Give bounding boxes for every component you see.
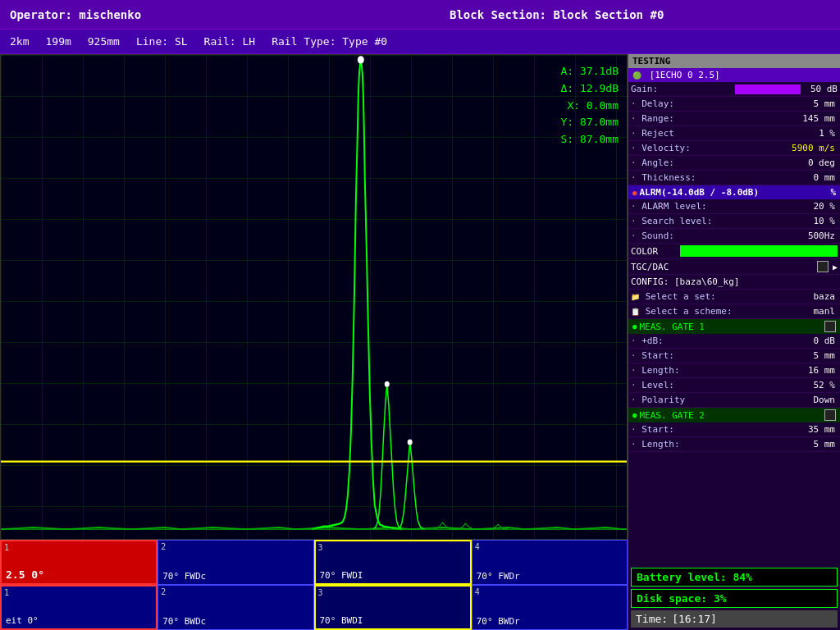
range-row[interactable]: · Range: 145 mm: [628, 112, 840, 126]
db-label: · +dB:: [631, 336, 788, 346]
reject-value: 1 %: [788, 128, 838, 139]
echo-label: [1ECHO 0 2.5]: [650, 70, 720, 80]
select-scheme-row[interactable]: 📋 Select a scheme: manl: [628, 304, 840, 319]
polarity1-value: Down: [788, 395, 838, 405]
channel-4-fwdr[interactable]: 4 70° FWDr: [472, 540, 628, 585]
color-row[interactable]: COLOR: [628, 244, 840, 259]
search-level-label: · Search level:: [631, 216, 788, 226]
tgc-label: TGC/DAC: [631, 262, 817, 272]
length2-value: 5 mm: [788, 439, 838, 450]
start2-row[interactable]: · Start: 35 mm: [628, 422, 840, 437]
osc-a-value: 37.1dB: [580, 65, 619, 77]
range-value: 145 mm: [788, 113, 838, 124]
sound-label: · Sound:: [631, 231, 788, 241]
start2-value: 35 mm: [788, 424, 838, 435]
osc-x-value: 0.0mm: [587, 99, 619, 112]
operator-label: Operator: mischenko: [10, 8, 283, 21]
angle-label: · Angle:: [631, 158, 788, 168]
osc-delta-label: Δ:: [561, 82, 574, 94]
thickness-label: · Thickness:: [631, 172, 788, 183]
length1-row[interactable]: · Length: 16 mm: [628, 363, 840, 378]
meas-gate1-header[interactable]: ● MEAS. GATE 1: [628, 319, 840, 334]
svg-point-1: [385, 381, 390, 387]
osc-delta-row: Δ: 12.9dB: [561, 80, 619, 98]
ch-num-2: 2: [161, 542, 166, 551]
ch-label-2: 70° FWDc: [162, 571, 206, 582]
channel-row-2: 1 eit 0° 2 70° BWDc 3 70° BWDI 4 70° BWD…: [0, 585, 628, 630]
delay-value: 5 mm: [788, 98, 838, 109]
meas-gate2-checkbox[interactable]: [824, 409, 836, 421]
start1-value: 5 mm: [788, 350, 838, 361]
channel-1-bwd[interactable]: 1 eit 0°: [0, 585, 158, 630]
search-level-row[interactable]: · Search level: 10 %: [628, 214, 840, 229]
oscilloscope[interactable]: A: 37.1dB Δ: 12.9dB X: 0.0mm Y: 87.0mm S…: [0, 54, 628, 540]
channel-4-bwdr[interactable]: 4 70° BWDr: [472, 585, 628, 630]
meas-gate1-checkbox[interactable]: [824, 321, 836, 332]
gain-bar: [735, 84, 801, 94]
echo-header: 🟢 [1ECHO 0 2.5]: [628, 68, 840, 82]
ch-num-4: 4: [475, 542, 480, 551]
channel-row-1: 1 2.5 0° 2 70° FWDc 3 70° FWDI 4 70° FWD…: [0, 540, 628, 585]
channel-2-fwdc[interactable]: 2 70° FWDc: [158, 540, 313, 585]
channel-1-fwd[interactable]: 1 2.5 0°: [0, 540, 158, 585]
polarity1-label: · Polarity: [631, 395, 788, 405]
gain-row[interactable]: Gain: 50 dB: [628, 82, 840, 97]
rail-type-label: Rail Type: Type #0: [272, 35, 387, 48]
select-scheme-value: manl: [788, 306, 838, 317]
ch-label-4: 70° FWDr: [477, 571, 520, 582]
line-label: Line: SL: [136, 35, 188, 48]
velocity-value: 5900 m/s: [788, 143, 838, 153]
channel-2-bwdc[interactable]: 2 70° BWDc: [158, 585, 313, 630]
right-panel-title: TESTING: [628, 54, 840, 68]
db-row[interactable]: · +dB: 0 dB: [628, 334, 840, 349]
ch-label-b2: 70° BWDc: [162, 616, 206, 627]
length1-value: 16 mm: [788, 365, 838, 376]
select-set-value: baza: [788, 291, 838, 302]
osc-s-label: S:: [561, 133, 574, 145]
meas-gate2-header[interactable]: ● MEAS. GATE 2: [628, 408, 840, 422]
tgc-row[interactable]: TGC/DAC ▶: [628, 259, 840, 275]
left-panel: A: 37.1dB Δ: 12.9dB X: 0.0mm Y: 87.0mm S…: [0, 54, 628, 630]
meas-gate2-label: MEAS. GATE 2: [639, 410, 704, 421]
delay-label: · Delay:: [631, 98, 788, 109]
channel-3-fwdi[interactable]: 3 70° FWDI: [314, 540, 472, 585]
length2-row[interactable]: · Length: 5 mm: [628, 437, 840, 452]
osc-s-value: 87.0mm: [580, 133, 619, 145]
select-set-label: 📁 Select a set:: [631, 291, 788, 302]
reject-row[interactable]: · Reject 1 %: [628, 126, 840, 141]
channel-3-bwdi[interactable]: 3 70° BWDI: [314, 585, 472, 630]
distance3: 925mm: [88, 35, 120, 48]
thickness-row[interactable]: · Thickness: 0 mm: [628, 171, 840, 185]
level1-row[interactable]: · Level: 52 %: [628, 378, 840, 393]
select-set-row[interactable]: 📁 Select a set: baza: [628, 290, 840, 304]
alarm-header: ● ALRM(-14.0dB / -8.0dB) %: [628, 185, 840, 199]
angle-value: 0 deg: [788, 158, 838, 168]
start1-row[interactable]: · Start: 5 mm: [628, 349, 840, 363]
ch-label-b4: 70° BWDr: [477, 616, 520, 627]
status-section: Battery level: 84% Disk space: 3% Time: …: [628, 561, 840, 630]
alarm-level-row[interactable]: · ALARM level: 20 %: [628, 199, 840, 214]
tgc-arrow[interactable]: ▶: [833, 262, 838, 272]
ch-num-b2: 2: [161, 587, 166, 596]
length2-label: · Length:: [631, 439, 788, 450]
disk-status: Disk space: 3%: [631, 589, 838, 608]
select-scheme-label: 📋 Select a scheme:: [631, 306, 788, 317]
delay-row[interactable]: · Delay: 5 mm: [628, 97, 840, 112]
osc-y-label: Y:: [561, 116, 574, 128]
battery-status: Battery level: 84%: [631, 568, 838, 587]
right-panel: TESTING 🟢 [1ECHO 0 2.5] Gain: 50 dB · De…: [628, 54, 840, 630]
rail-label: Rail: LH: [204, 35, 256, 48]
sound-row[interactable]: · Sound: 500Hz: [628, 229, 840, 244]
ch-num-3: 3: [318, 543, 323, 552]
ch-num-b3: 3: [318, 588, 323, 597]
polarity1-row[interactable]: · Polarity Down: [628, 393, 840, 408]
tgc-checkbox[interactable]: [817, 261, 829, 272]
ch-label-1: 2.5 0°: [6, 568, 44, 581]
ch-num-1: 1: [4, 543, 9, 552]
osc-y-row: Y: 87.0mm: [561, 114, 619, 131]
angle-row[interactable]: · Angle: 0 deg: [628, 156, 840, 171]
svg-point-0: [358, 56, 364, 63]
sub-header: 2km 199m 925mm Line: SL Rail: LH Rail Ty…: [0, 30, 840, 54]
velocity-row[interactable]: · Velocity: 5900 m/s: [628, 141, 840, 156]
config-row: CONFIG: [baza\60_kg]: [628, 275, 840, 290]
